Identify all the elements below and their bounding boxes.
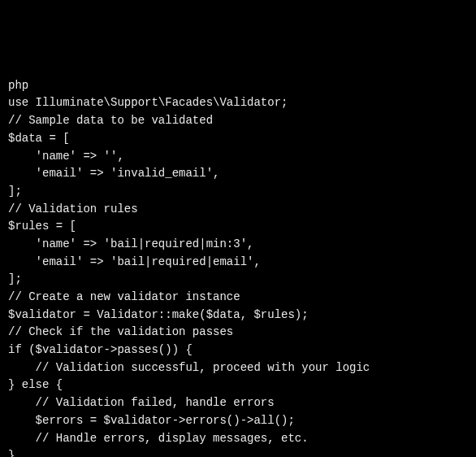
code-line: 'email' => 'invalid_email', — [8, 165, 468, 183]
code-line: // Validation successful, proceed with y… — [8, 359, 468, 377]
code-line: // Create a new validator instance — [8, 289, 468, 307]
code-line: 'name' => '', — [8, 148, 468, 166]
code-line: $validator = Validator::make($data, $rul… — [8, 307, 468, 324]
code-line: ]; — [8, 271, 468, 289]
code-line: $rules = [ — [8, 218, 468, 236]
code-line: $data = [ — [8, 130, 468, 148]
code-line: 'name' => 'bail|required|min:3', — [8, 236, 468, 254]
code-line: } else { — [8, 376, 468, 394]
code-line: $errors = $validator->errors()->all(); — [8, 412, 468, 430]
code-line: php — [8, 77, 468, 95]
code-line: use Illuminate\Support\Facades\Validator… — [8, 94, 468, 112]
code-line: // Handle errors, display messages, etc. — [8, 430, 468, 448]
code-block: phpuse Illuminate\Support\Facades\Valida… — [8, 77, 468, 457]
code-line: } — [8, 447, 468, 457]
code-line: // Check if the validation passes — [8, 324, 468, 342]
code-line: // Sample data to be validated — [8, 112, 468, 130]
code-line: if ($validator->passes()) { — [8, 342, 468, 359]
code-line: 'email' => 'bail|required|email', — [8, 254, 468, 272]
code-line: ]; — [8, 183, 468, 201]
code-line: // Validation rules — [8, 201, 468, 219]
code-line: // Validation failed, handle errors — [8, 394, 468, 412]
